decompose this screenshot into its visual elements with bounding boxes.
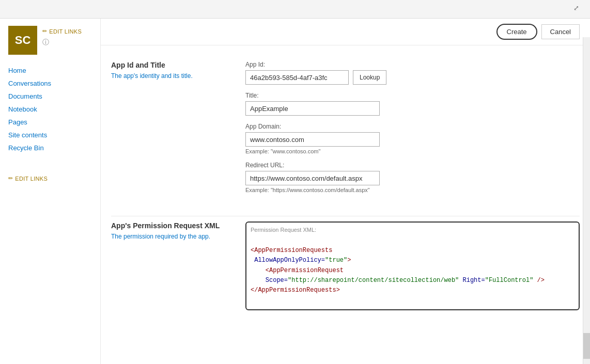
content-area: Create Cancel App Id and Title The app's… [101,19,590,364]
xml-attr-2: Scope= [266,277,288,284]
permission-desc: App's Permission Request XML The permiss… [111,221,245,310]
action-bar: Create Cancel [101,19,590,45]
sidebar: SC ✏ EDIT LINKS ⓘ Home Conversations Doc… [0,19,101,364]
xml-val-1: "true" [325,257,347,264]
info-icon[interactable]: ⓘ [42,38,82,47]
pencil-icon-2: ✏ [8,175,13,182]
xml-label: Permission Request XML: [251,227,575,233]
redirect-input[interactable] [245,171,380,185]
app-id-field-group: App Id: Lookup [245,61,580,85]
form-content: App Id and Title The app's identity and … [101,45,590,331]
domain-example: Example: "www.contoso.com" [245,148,580,154]
sidebar-item-recycle-bin[interactable]: Recycle Bin [0,141,100,154]
xml-val-3: "FullControl" [485,277,534,284]
scrollbar-track[interactable] [583,37,590,364]
xml-box: Permission Request XML: <AppPermissionRe… [245,221,580,310]
redirect-label: Redirect URL: [245,162,580,169]
edit-links-button-1[interactable]: ✏ EDIT LINKS [42,28,82,35]
domain-input[interactable] [245,132,380,147]
sidebar-bottom: ✏ EDIT LINKS [0,170,100,187]
sidebar-item-home[interactable]: Home [0,64,100,77]
title-label: Title: [245,92,580,99]
xml-tag-3: <AppPermissionRequest [266,267,344,274]
xml-content: <AppPermissionRequests AllowAppOnlyPolic… [251,236,575,305]
domain-field-group: App Domain: Example: "www.contoso.com" [245,123,580,154]
title-field-group: Title: [245,92,580,116]
app-id-title: App Id and Title [111,61,235,69]
sidebar-item-documents[interactable]: Documents [0,90,100,103]
xml-attr-1: AllowAppOnlyPolicy= [251,257,325,264]
lookup-button[interactable]: Lookup [353,70,386,85]
edit-links-button-2[interactable]: ✏ EDIT LINKS [8,175,48,182]
scrollbar-thumb[interactable] [583,333,590,359]
redirect-field-group: Redirect URL: Example: "https://www.cont… [245,162,580,193]
xml-val-2: "http://sharepoint/content/sitecollectio… [288,277,459,284]
sidebar-item-pages[interactable]: Pages [0,116,100,129]
title-input[interactable] [245,101,380,116]
cancel-button[interactable]: Cancel [541,24,580,39]
app-id-subtitle: The app's identity and its title. [111,72,235,80]
xml-tag-2: > [347,257,351,264]
sidebar-item-site-contents[interactable]: Site contents [0,129,100,141]
top-bar: ⤢ [0,0,590,19]
permission-subtitle: The permission required by the app. [111,233,235,240]
create-button[interactable]: Create [496,24,537,40]
app-id-section: App Id and Title The app's identity and … [101,56,590,216]
permission-fields: Permission Request XML: <AppPermissionRe… [245,221,580,310]
edit-links-label-2: EDIT LINKS [15,176,48,182]
site-logo: SC [8,26,37,55]
sidebar-item-conversations[interactable]: Conversations [0,77,100,90]
xml-tag-4: /> [533,277,545,284]
app-id-label: App Id: [245,61,580,68]
permission-section: App's Permission Request XML The permiss… [101,216,590,321]
sidebar-nav: Home Conversations Documents Notebook Pa… [0,59,100,160]
xml-attr-3: Right= [459,277,485,284]
xml-tag-1: <AppPermissionRequests [251,247,332,254]
domain-label: App Domain: [245,123,580,130]
pencil-icon-1: ✏ [42,28,47,35]
app-id-fields: App Id: Lookup Title: App Domain: [245,61,580,200]
logo-area: SC ✏ EDIT LINKS ⓘ [0,19,100,59]
main-layout: SC ✏ EDIT LINKS ⓘ Home Conversations Doc… [0,19,590,364]
app-id-row: Lookup [245,70,580,85]
logo-right: ✏ EDIT LINKS ⓘ [42,26,82,47]
redirect-example: Example: "https://www.contoso.com/defaul… [245,187,580,193]
permission-title: App's Permission Request XML [111,221,235,230]
edit-links-label-1: EDIT LINKS [49,28,82,35]
app-id-input[interactable] [245,70,349,85]
expand-icon[interactable]: ⤢ [573,4,584,14]
xml-tag-5: </AppPermissionRequests> [251,287,340,294]
sidebar-item-notebook[interactable]: Notebook [0,103,100,116]
app-id-desc: App Id and Title The app's identity and … [111,61,245,200]
